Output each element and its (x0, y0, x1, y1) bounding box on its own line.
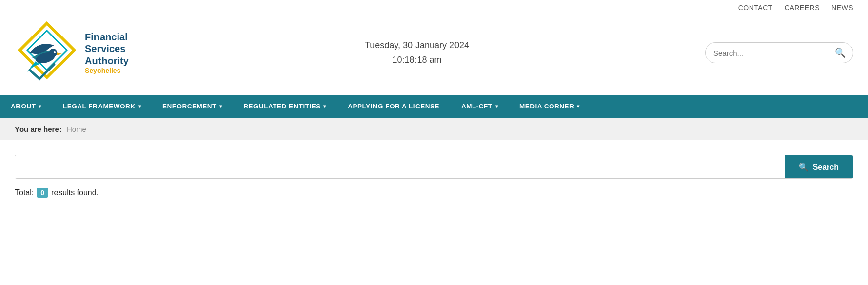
logo-subtext: Seychelles (85, 67, 129, 74)
search-icon: 🔍 (799, 162, 809, 172)
entity-search-button[interactable]: 🔍 Search (785, 155, 853, 178)
news-link[interactable]: NEWS (831, 4, 853, 12)
logo-text: Financial Services Authority Seychelles (85, 31, 129, 74)
nav-item-media-corner[interactable]: MEDIA CORNER ▾ (509, 95, 591, 118)
svg-point-5 (54, 51, 56, 53)
time-display: 10:18:18 am (129, 53, 705, 67)
header-search-button[interactable]: 🔍 (828, 43, 853, 63)
date-display: Tuesday, 30 January 2024 (129, 38, 705, 53)
chevron-down-icon: ▾ (577, 104, 580, 109)
logo-line2: Services (85, 43, 125, 54)
entity-search-input[interactable]: Grayscale Forex Global Ltd (15, 155, 785, 178)
entity-search-button-label: Search (813, 163, 839, 172)
nav-item-aml-cft[interactable]: AML-CFT ▾ (450, 95, 509, 118)
logo-line3: Authority (85, 55, 129, 66)
site-header: Financial Services Authority Seychelles … (0, 16, 868, 95)
nav-label-applying-for-license: APPLYING FOR A LICENSE (348, 103, 439, 110)
nav-item-enforcement[interactable]: ENFORCEMENT ▾ (152, 95, 233, 118)
careers-link[interactable]: CAREERS (785, 4, 820, 12)
logo-area: Financial Services Authority Seychelles (15, 21, 129, 85)
breadcrumb-prefix: You are here: (15, 125, 62, 133)
nav-label-legal-framework: LEGAL FRAMEWORK (63, 103, 136, 110)
chevron-down-icon: ▾ (138, 104, 141, 109)
nav-label-enforcement: ENFORCEMENT (162, 103, 217, 110)
chevron-down-icon: ▾ (219, 104, 222, 109)
logo-line1: Financial (85, 32, 128, 42)
svg-marker-4 (57, 52, 62, 55)
chevron-down-icon: ▾ (323, 104, 326, 109)
nav-item-regulated-entities[interactable]: REGULATED ENTITIES ▾ (233, 95, 337, 118)
nav-label-about: ABOUT (11, 103, 36, 110)
chevron-down-icon: ▾ (39, 104, 41, 109)
results-suffix: results found. (51, 188, 99, 197)
chevron-down-icon: ▾ (495, 104, 498, 109)
nav-label-regulated-entities: REGULATED ENTITIES (243, 103, 321, 110)
results-count-badge: 0 (37, 188, 48, 198)
svg-point-3 (49, 49, 57, 57)
nav-item-legal-framework[interactable]: LEGAL FRAMEWORK ▾ (52, 95, 152, 118)
header-search-bar[interactable]: 🔍 (705, 42, 853, 63)
nav-label-aml-cft: AML-CFT (461, 103, 492, 110)
main-navbar: ABOUT ▾ LEGAL FRAMEWORK ▾ ENFORCEMENT ▾ … (0, 95, 868, 118)
header-search-input[interactable] (706, 44, 828, 62)
breadcrumb-home[interactable]: Home (67, 125, 86, 133)
entity-search-row[interactable]: Grayscale Forex Global Ltd 🔍 Search (15, 155, 853, 179)
nav-label-media-corner: MEDIA CORNER (519, 103, 574, 110)
main-content: Grayscale Forex Global Ltd 🔍 Search Tota… (0, 140, 868, 208)
results-summary: Total: 0 results found. (15, 188, 853, 198)
contact-link[interactable]: CONTACT (738, 4, 773, 12)
breadcrumb: You are here: Home (0, 118, 868, 140)
datetime-display: Tuesday, 30 January 2024 10:18:18 am (129, 38, 705, 67)
nav-item-about[interactable]: ABOUT ▾ (0, 95, 52, 118)
logo-image (15, 21, 79, 85)
results-prefix: Total: (15, 188, 34, 197)
nav-item-applying-for-license[interactable]: APPLYING FOR A LICENSE (337, 95, 450, 118)
top-utility-bar: CONTACT CAREERS NEWS (0, 0, 868, 16)
